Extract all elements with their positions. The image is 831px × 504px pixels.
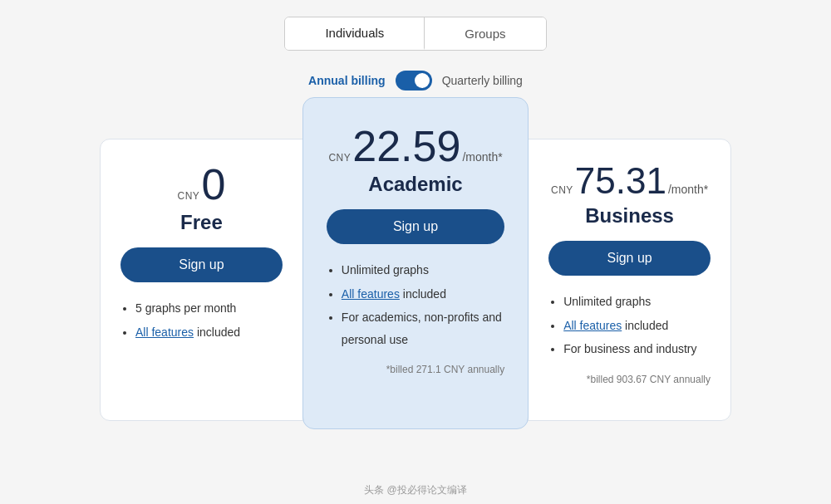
business-billed-note: *billed 903.67 CNY annually	[548, 374, 711, 385]
tab-individuals[interactable]: Individuals	[285, 17, 425, 50]
academic-plan-card: CNY 22.59 /month* Academic Sign up Unlim…	[302, 97, 529, 429]
business-feature-3: For business and industry	[563, 338, 711, 360]
free-features-list: 5 graphs per month All features included	[120, 297, 283, 343]
business-features-list: Unlimited graphs All features included F…	[548, 291, 711, 360]
academic-billed-note: *billed 271.1 CNY annually	[327, 364, 504, 375]
academic-period: /month*	[462, 150, 502, 164]
billing-toggle-row: Annual billing Quarterly billing	[308, 71, 523, 91]
business-period: /month*	[668, 183, 708, 196]
free-plan-card: CNY 0 Free Sign up 5 graphs per month Al…	[100, 139, 303, 421]
quarterly-billing-label: Quarterly billing	[442, 74, 523, 87]
academic-features-list: Unlimited graphs All features included F…	[327, 259, 504, 350]
free-price-container: CNY 0	[120, 163, 283, 206]
watermark: 头条 @投必得论文编译	[364, 483, 467, 497]
plan-tabs: Individuals Groups	[284, 17, 546, 51]
academic-feature-1: Unlimited graphs	[342, 259, 504, 281]
business-signup-button[interactable]: Sign up	[548, 241, 711, 276]
business-plan-name: Business	[548, 204, 711, 228]
academic-plan-name: Academic	[327, 173, 504, 196]
business-price: 75.31	[575, 163, 666, 199]
free-feature-2: All features included	[135, 321, 283, 344]
academic-features-link[interactable]: All features	[342, 287, 400, 301]
free-signup-button[interactable]: Sign up	[120, 247, 283, 282]
free-plan-name: Free	[120, 211, 283, 234]
academic-price: 22.59	[352, 125, 460, 168]
pricing-cards: CNY 0 Free Sign up 5 graphs per month Al…	[100, 114, 731, 446]
academic-signup-button[interactable]: Sign up	[327, 209, 504, 244]
toggle-knob	[415, 73, 430, 88]
free-feature-1: 5 graphs per month	[135, 297, 283, 320]
free-features-link[interactable]: All features	[135, 325, 194, 339]
billing-toggle[interactable]	[396, 71, 432, 91]
business-currency: CNY	[551, 184, 573, 196]
academic-feature-2: All features included	[342, 283, 504, 306]
tab-groups[interactable]: Groups	[425, 17, 545, 50]
free-price: 0	[201, 163, 225, 206]
academic-price-container: CNY 22.59 /month*	[327, 125, 504, 168]
business-feature-2: All features included	[563, 315, 711, 337]
business-features-link[interactable]: All features	[563, 319, 622, 332]
academic-feature-3: For academics, non-profits and personal …	[342, 306, 504, 350]
free-currency: CNY	[178, 190, 200, 202]
business-feature-1: Unlimited graphs	[563, 291, 711, 313]
academic-currency: CNY	[328, 152, 351, 164]
business-plan-card: CNY 75.31 /month* Business Sign up Unlim…	[528, 139, 731, 421]
annual-billing-label: Annual billing	[308, 74, 386, 87]
business-price-container: CNY 75.31 /month*	[548, 163, 711, 199]
